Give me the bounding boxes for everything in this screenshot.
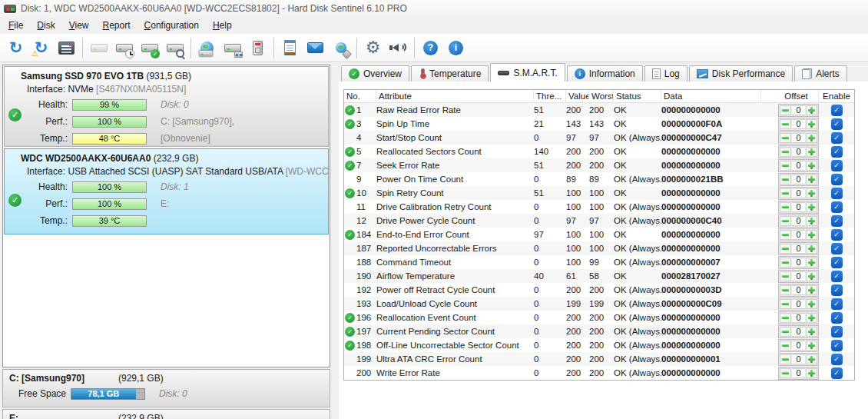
menu-help[interactable]: Help <box>206 18 239 33</box>
offset-value[interactable]: 0 <box>792 188 805 198</box>
table-row[interactable]: 192 Power off Retract Cycle Count 0 200 … <box>344 283 854 297</box>
enable-checkbox[interactable] <box>831 201 843 213</box>
offset-decrease-button[interactable] <box>780 313 791 323</box>
table-row[interactable]: 5 Reallocated Sectors Count 140 200 200 … <box>344 145 854 158</box>
enable-checkbox[interactable] <box>831 284 843 296</box>
toolbar-button-speaker[interactable] <box>386 36 410 59</box>
offset-decrease-button[interactable] <box>780 244 791 254</box>
toolbar-button-refresh-alert[interactable]: ↻⚠ <box>29 36 53 59</box>
offset-decrease-button[interactable] <box>780 147 791 157</box>
disk-panel-samsung[interactable]: Samsung SSD 970 EVO 1TB (931,5 GB) Inter… <box>4 66 329 147</box>
menu-file[interactable]: File <box>2 18 30 33</box>
enable-checkbox[interactable] <box>831 354 843 365</box>
offset-decrease-button[interactable] <box>780 285 791 295</box>
offset-increase-button[interactable] <box>806 188 817 198</box>
offset-decrease-button[interactable] <box>780 258 791 268</box>
table-row[interactable]: 1 Raw Read Error Rate 51 200 200 OK 0000… <box>344 103 854 117</box>
offset-value[interactable]: 0 <box>792 327 805 337</box>
col-worst[interactable]: Worst <box>589 90 614 102</box>
col-threshold[interactable]: Thre... <box>534 90 566 102</box>
enable-checkbox[interactable] <box>831 118 843 130</box>
offset-decrease-button[interactable] <box>780 119 791 129</box>
enable-checkbox[interactable] <box>831 105 843 116</box>
offset-value[interactable]: 0 <box>792 105 805 115</box>
toolbar-button-disk-clock[interactable] <box>112 36 136 59</box>
partition-panel-e[interactable]: E: (232,9 GB) <box>2 409 330 419</box>
col-offset[interactable]: Offset <box>774 90 819 102</box>
enable-checkbox[interactable] <box>831 340 843 351</box>
offset-increase-button[interactable] <box>806 271 817 281</box>
offset-value[interactable]: 0 <box>792 244 805 254</box>
tab-overview[interactable]: Overview <box>341 65 409 81</box>
offset-value[interactable]: 0 <box>792 285 805 295</box>
offset-increase-button[interactable] <box>806 258 817 268</box>
offset-decrease-button[interactable] <box>780 216 791 226</box>
toolbar-button-notepad[interactable] <box>278 36 302 59</box>
table-row[interactable]: 11 Drive Calibration Retry Count 0 100 1… <box>344 200 854 214</box>
offset-decrease-button[interactable] <box>780 271 791 281</box>
toolbar-button-disk-faded[interactable] <box>87 36 111 59</box>
table-row[interactable]: 196 Reallocation Event Count 0 200 200 O… <box>344 311 854 324</box>
col-attribute[interactable]: Attribute <box>376 90 534 102</box>
offset-increase-button[interactable] <box>806 230 817 240</box>
toolbar-button-globe-disk[interactable] <box>195 36 219 59</box>
offset-decrease-button[interactable] <box>780 188 791 198</box>
table-row[interactable]: 10 Spin Retry Count 51 100 100 OK 000000… <box>344 186 854 200</box>
offset-increase-button[interactable] <box>806 147 817 157</box>
offset-increase-button[interactable] <box>806 105 817 115</box>
table-row[interactable]: 187 Reported Uncorrectable Errors 0 100 … <box>344 241 854 255</box>
col-enable[interactable]: Enable <box>819 90 854 102</box>
table-row[interactable]: 188 Command Timeout 0 100 99 OK (Always.… <box>344 255 854 269</box>
toolbar-button-help[interactable]: ? <box>419 36 442 59</box>
offset-decrease-button[interactable] <box>780 175 791 185</box>
offset-increase-button[interactable] <box>806 327 817 337</box>
offset-increase-button[interactable] <box>806 341 817 351</box>
tab-smart[interactable]: S.M.A.R.T. <box>490 63 565 81</box>
col-value[interactable]: Value <box>566 90 589 102</box>
offset-increase-button[interactable] <box>806 299 817 309</box>
offset-value[interactable]: 0 <box>792 119 805 129</box>
table-row[interactable]: 3 Spin Up Time 21 143 143 OK 000000000F0… <box>344 117 854 131</box>
offset-increase-button[interactable] <box>806 216 817 226</box>
offset-increase-button[interactable] <box>806 244 817 254</box>
col-no[interactable]: No. <box>344 90 376 102</box>
toolbar-button-info[interactable]: i <box>444 36 468 59</box>
partition-panel-c[interactable]: C: [Samsung970] (929,1 GB) Free Space 78… <box>2 369 330 407</box>
toolbar-button-disk-device[interactable] <box>246 36 270 59</box>
toolbar-button-mail[interactable] <box>303 36 327 59</box>
offset-value[interactable]: 0 <box>792 271 805 281</box>
offset-increase-button[interactable] <box>806 313 817 323</box>
enable-checkbox[interactable] <box>831 312 843 324</box>
offset-decrease-button[interactable] <box>780 327 791 337</box>
offset-increase-button[interactable] <box>806 285 817 295</box>
offset-value[interactable]: 0 <box>792 147 805 157</box>
offset-decrease-button[interactable] <box>780 368 791 378</box>
offset-increase-button[interactable] <box>806 161 817 171</box>
enable-checkbox[interactable] <box>831 188 843 199</box>
enable-checkbox[interactable] <box>831 243 843 254</box>
offset-increase-button[interactable] <box>806 354 817 364</box>
enable-checkbox[interactable] <box>831 298 843 310</box>
table-row[interactable]: 193 Load/Unload Cycle Count 0 199 199 OK… <box>344 297 854 311</box>
enable-checkbox[interactable] <box>831 257 843 268</box>
disk-panel-wdc[interactable]: WDC WD2500AAKX-60U6AA0 (232,9 GB) Interf… <box>4 148 329 234</box>
table-row[interactable]: 190 Airflow Temperature 40 61 58 OK 0000… <box>344 269 854 283</box>
offset-value[interactable]: 0 <box>792 161 805 171</box>
tab-temperature[interactable]: Temperature <box>411 65 489 81</box>
toolbar-button-network[interactable] <box>329 36 353 59</box>
offset-value[interactable]: 0 <box>792 216 805 226</box>
offset-value[interactable]: 0 <box>792 230 805 240</box>
offset-decrease-button[interactable] <box>780 299 791 309</box>
offset-increase-button[interactable] <box>806 368 817 378</box>
offset-value[interactable]: 0 <box>792 368 805 378</box>
offset-decrease-button[interactable] <box>780 105 791 115</box>
offset-value[interactable]: 0 <box>792 133 805 143</box>
col-data[interactable]: Data <box>661 90 761 102</box>
offset-decrease-button[interactable] <box>780 341 791 351</box>
enable-checkbox[interactable] <box>831 174 843 185</box>
offset-decrease-button[interactable] <box>780 202 791 212</box>
toolbar-button-disk-search[interactable] <box>163 36 187 59</box>
offset-value[interactable]: 0 <box>792 313 805 323</box>
offset-decrease-button[interactable] <box>780 230 791 240</box>
enable-checkbox[interactable] <box>831 367 843 379</box>
